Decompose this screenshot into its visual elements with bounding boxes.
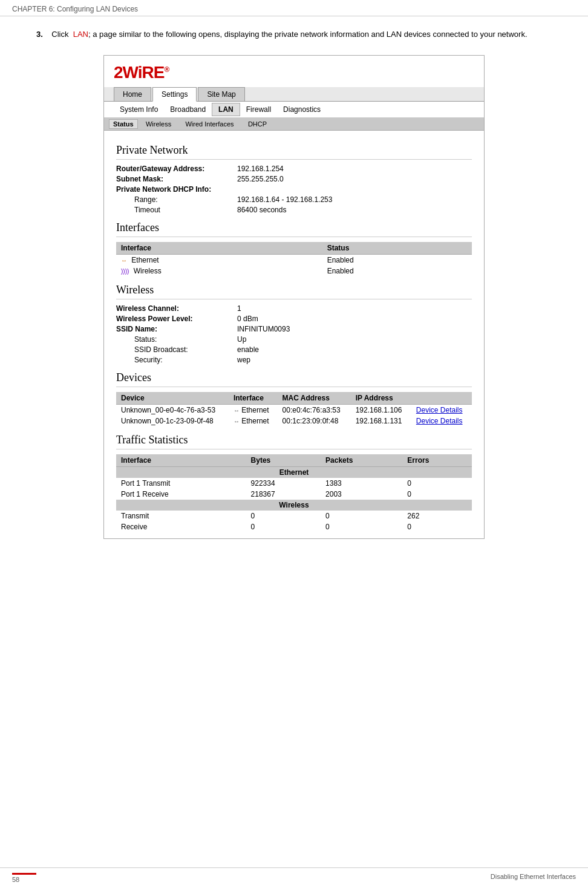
value-gateway: 192.168.1.254	[237, 165, 284, 173]
info-row-broadcast: SSID Broadcast: enable	[116, 345, 472, 354]
value-subnet: 255.255.255.0	[237, 175, 284, 183]
value-ssid: INFINITUM0093	[237, 325, 290, 333]
main-content: 3. Click LAN; a page similar to the foll…	[0, 16, 588, 575]
col-iface: Interface	[229, 392, 278, 405]
label-gateway: Router/Gateway Address:	[116, 165, 237, 173]
traffic-table: Interface Bytes Packets Errors Ethernet …	[116, 454, 472, 532]
arrow-icon: ↔	[234, 418, 240, 425]
col-interface: Interface	[116, 242, 322, 255]
subtab-wireless[interactable]: Wireless	[140, 119, 177, 129]
browser-mockup: 2WiRE® Home Settings Site Map System Inf…	[103, 55, 485, 539]
value-range: 192.168.1.64 - 192.168.1.253	[237, 195, 332, 204]
info-row-ssid: SSID Name: INFINITUM0093	[116, 325, 472, 333]
label-security: Security:	[116, 356, 237, 364]
footer-line	[12, 873, 36, 875]
traffic-iface-2: Port 1 Receive	[116, 489, 246, 500]
interfaces-table: Interface Status ↔ Ethernet Enabled	[116, 242, 472, 276]
iface-wireless-status: Enabled	[322, 266, 472, 276]
table-row: Receive 0 0 0	[116, 521, 472, 532]
label-channel: Wireless Channel:	[116, 304, 237, 313]
traffic-iface-1: Port 1 Transmit	[116, 478, 246, 489]
devices-title: Devices	[116, 371, 472, 387]
lan-link[interactable]: LAN	[73, 30, 88, 39]
step-number: 3.	[36, 30, 43, 39]
info-row-subnet: Subnet Mask: 255.255.255.0	[116, 175, 472, 183]
info-row-wstatus: Status: Up	[116, 335, 472, 344]
ethernet-icon: ↔	[121, 257, 127, 264]
value-channel: 1	[237, 304, 241, 313]
device-name-1: Unknown_00-e0-4c-76-a3-53	[116, 404, 229, 416]
label-broadcast: SSID Broadcast:	[116, 345, 237, 354]
traffic-bytes-4: 0	[246, 521, 321, 532]
device-iface-2: ↔ Ethernet	[229, 416, 278, 426]
traffic-errors-1: 0	[402, 478, 472, 489]
device-details-link-1[interactable]: Device Details	[416, 406, 463, 414]
wireless-subheader: Wireless	[116, 500, 472, 511]
traffic-packets-4: 0	[321, 521, 402, 532]
table-row: )))) Wireless Enabled	[116, 266, 472, 276]
value-wstatus: Up	[237, 335, 246, 344]
traffic-errors-4: 0	[402, 521, 472, 532]
label-timeout: Timeout	[116, 206, 237, 214]
subnav-firewall[interactable]: Firewall	[240, 103, 277, 116]
col-errors: Errors	[402, 454, 472, 467]
device-mac-2: 00:1c:23:09:0f:48	[278, 416, 351, 426]
traffic-errors-2: 0	[402, 489, 472, 500]
subnav-lan[interactable]: LAN	[212, 103, 240, 116]
col-packets: Packets	[321, 454, 402, 467]
lan-content: Private Network Router/Gateway Address: …	[104, 131, 484, 538]
subtab-wired[interactable]: Wired Interfaces	[179, 119, 240, 129]
iface-ethernet-cell: ↔ Ethernet	[116, 254, 322, 266]
device-mac-1: 00:e0:4c:76:a3:53	[278, 404, 351, 416]
footer-left: 58	[12, 873, 36, 883]
logo-area: 2WiRE®	[104, 56, 484, 87]
table-row: Transmit 0 0 262	[116, 511, 472, 521]
col-traffic-iface: Interface	[116, 454, 246, 467]
traffic-iface-4: Receive	[116, 521, 246, 532]
wireless-title: Wireless	[116, 284, 472, 299]
info-row-power: Wireless Power Level: 0 dBm	[116, 315, 472, 323]
tab-settings[interactable]: Settings	[152, 87, 197, 102]
tab-sitemap[interactable]: Site Map	[198, 87, 244, 101]
iface-wireless-name: Wireless	[134, 267, 162, 275]
table-row: Port 1 Receive 218367 2003 0	[116, 489, 472, 500]
traffic-errors-3: 262	[402, 511, 472, 521]
col-bytes: Bytes	[246, 454, 321, 467]
chapter-title: CHAPTER 6: Configuring LAN Devices	[12, 5, 138, 13]
value-power: 0 dBm	[237, 315, 258, 323]
subnav-systeminfo[interactable]: System Info	[114, 103, 164, 116]
ethernet-header-cell: Ethernet	[116, 466, 472, 478]
col-status: Status	[322, 242, 472, 255]
device-ip-2: 192.168.1.131	[351, 416, 411, 426]
devices-table: Device Interface MAC Address IP Address …	[116, 392, 472, 426]
col-mac: MAC Address	[278, 392, 351, 405]
label-power: Wireless Power Level:	[116, 315, 237, 323]
footer-right: Disabling Ethernet Interfaces	[491, 873, 576, 883]
info-row-gateway: Router/Gateway Address: 192.168.1.254	[116, 165, 472, 173]
device-details-link-2[interactable]: Device Details	[416, 417, 463, 425]
subnav-diagnostics[interactable]: Diagnostics	[277, 103, 327, 116]
table-row: Unknown_00-e0-4c-76-a3-53 ↔ Ethernet 00:…	[116, 404, 472, 416]
logo-text: 2WiRE®	[114, 63, 169, 82]
page-header: CHAPTER 6: Configuring LAN Devices	[0, 0, 588, 16]
step-paragraph: 3. Click LAN; a page similar to the foll…	[36, 28, 552, 41]
section-header: Status Wireless Wired Interfaces DHCP	[104, 118, 484, 131]
tab-home[interactable]: Home	[114, 87, 151, 101]
wireless-icon: ))))	[121, 268, 129, 275]
subtab-dhcp[interactable]: DHCP	[242, 119, 273, 129]
traffic-packets-1: 1383	[321, 478, 402, 489]
subtab-status[interactable]: Status	[109, 119, 138, 129]
subnav-broadband[interactable]: Broadband	[164, 103, 212, 116]
traffic-title: Traffic Statistics	[116, 434, 472, 449]
step-text-before: Click	[51, 30, 68, 39]
label-ssid: SSID Name:	[116, 325, 237, 333]
col-ip: IP Address	[351, 392, 411, 405]
info-row-dhcp-header: Private Network DHCP Info:	[116, 185, 472, 194]
traffic-bytes-2: 218367	[246, 489, 321, 500]
iface-ethernet-status: Enabled	[322, 254, 472, 266]
col-action	[411, 392, 472, 405]
nav-tabs: Home Settings Site Map	[104, 87, 484, 102]
traffic-bytes-3: 0	[246, 511, 321, 521]
traffic-bytes-1: 922334	[246, 478, 321, 489]
device-name-2: Unknown_00-1c-23-09-0f-48	[116, 416, 229, 426]
